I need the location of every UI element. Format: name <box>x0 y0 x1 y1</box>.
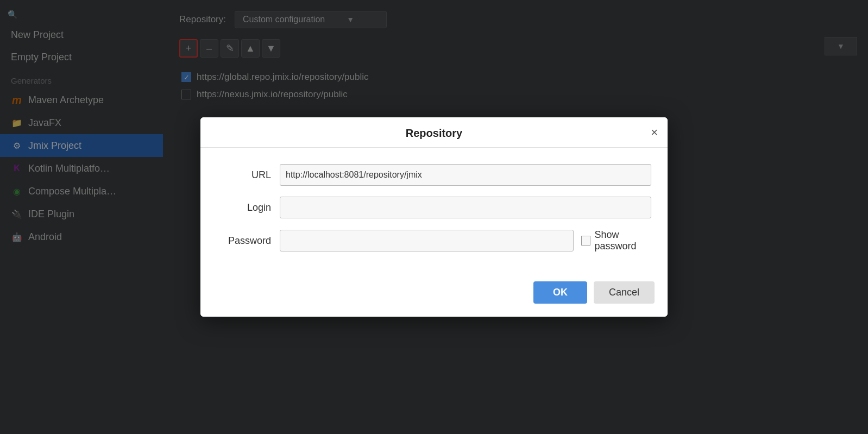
dialog-header: Repository × <box>200 117 668 148</box>
url-input[interactable] <box>280 164 651 186</box>
login-row: Login <box>217 197 651 218</box>
url-row: URL <box>217 164 651 186</box>
dialog-footer: OK Cancel <box>200 274 668 317</box>
background: 🔍 New Project Empty Project Generators m… <box>0 0 868 434</box>
dialog-title: Repository <box>406 127 462 140</box>
url-label: URL <box>217 169 271 181</box>
password-label: Password <box>217 235 271 247</box>
show-password-wrap[interactable]: Show password <box>581 229 658 252</box>
password-row: Password Show password <box>217 229 651 252</box>
password-input-wrap: Show password <box>280 229 658 252</box>
close-button[interactable]: × <box>651 127 658 139</box>
show-password-checkbox[interactable] <box>581 236 590 246</box>
dialog-body: URL Login Password Show password <box>200 148 668 274</box>
cancel-button[interactable]: Cancel <box>594 281 655 304</box>
dialog: Repository × URL Login Password <box>200 117 668 317</box>
login-label: Login <box>217 202 271 213</box>
show-password-label: Show password <box>595 229 659 252</box>
login-input[interactable] <box>280 197 651 218</box>
ok-button[interactable]: OK <box>533 281 587 304</box>
modal-overlay: Repository × URL Login Password <box>0 0 868 434</box>
password-input[interactable] <box>280 230 574 251</box>
